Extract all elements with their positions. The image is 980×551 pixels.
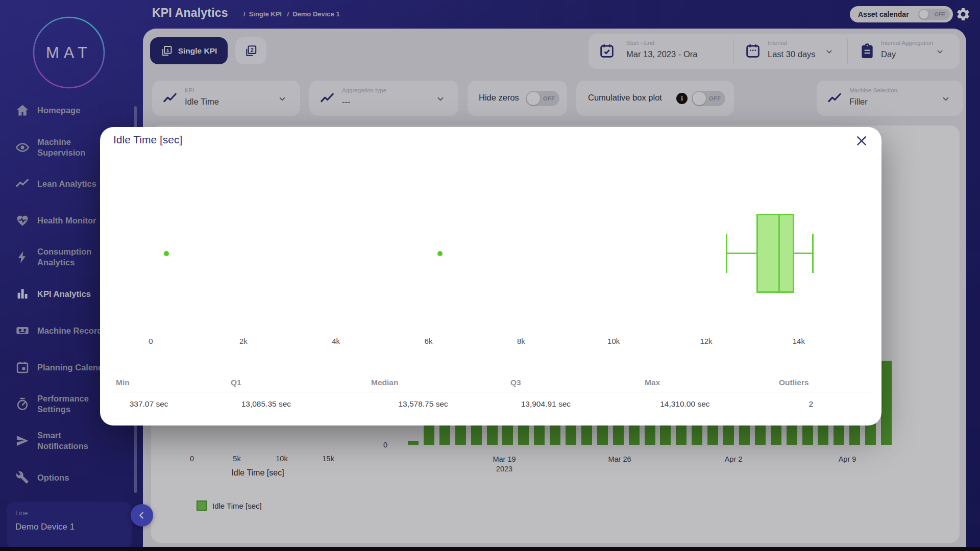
stat-q3: Q3 13,904.91 sec [510,378,521,387]
app-root: MAT Homepage Machine Supervision Lean An… [0,0,980,551]
boxplot-x-tick: 6k [425,337,433,345]
stat-outliers: Outliers 2 [779,378,809,387]
stat-value: 2 [809,399,814,409]
divider [112,392,869,392]
divider [112,414,869,414]
stat-value: 337.07 sec [130,399,168,409]
stat-value: 14,310.00 sec [660,399,709,409]
stat-header: Max [645,378,660,387]
stat-value: 13,085.35 sec [241,399,291,409]
stat-header: Q1 [231,378,241,387]
boxplot-stats-table: Min 337.07 sec Q1 13,085.35 sec Median 1… [100,378,881,422]
stat-min: Min 337.07 sec [116,378,130,387]
stat-header: Min [116,378,130,387]
boxplot-x-tick: 8k [517,337,525,345]
stat-median: Median 13,578.75 sec [371,378,398,387]
boxplot-x-tick: 10k [607,337,620,345]
boxplot-x-tick: 12k [700,337,712,345]
boxplot-x-tick: 2k [239,337,248,345]
boxplot-x-tick: 0 [149,337,153,345]
boxplot-modal: Idle Time [sec] 0 2k 4k 6k 8k 10k 12k 14… [100,127,881,425]
stat-max: Max 14,310.00 sec [645,378,660,387]
stat-value: 13,904.91 sec [521,399,571,409]
stat-q1: Q1 13,085.35 sec [231,378,241,387]
stat-header: Q3 [510,378,521,387]
stat-header: Outliers [779,378,809,387]
boxplot-x-tick: 14k [793,337,805,345]
boxplot-x-tick: 4k [332,337,340,345]
stat-header: Median [371,378,398,387]
stat-value: 13,578.75 sec [398,399,448,409]
